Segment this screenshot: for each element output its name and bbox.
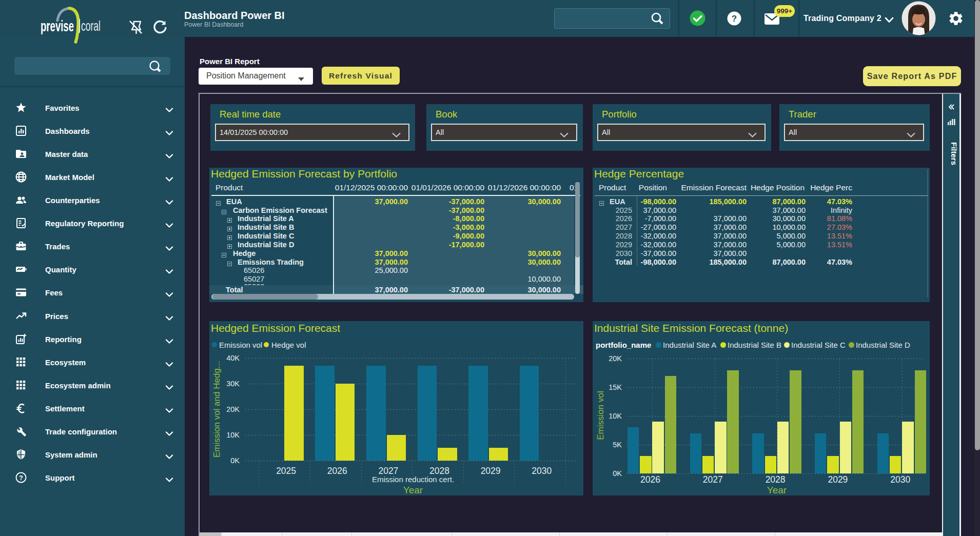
svg-text:coral: coral bbox=[81, 18, 101, 34]
svg-text:previse: previse bbox=[41, 17, 74, 34]
svg-text:?: ? bbox=[732, 14, 737, 24]
svg-text:?: ? bbox=[19, 474, 23, 482]
